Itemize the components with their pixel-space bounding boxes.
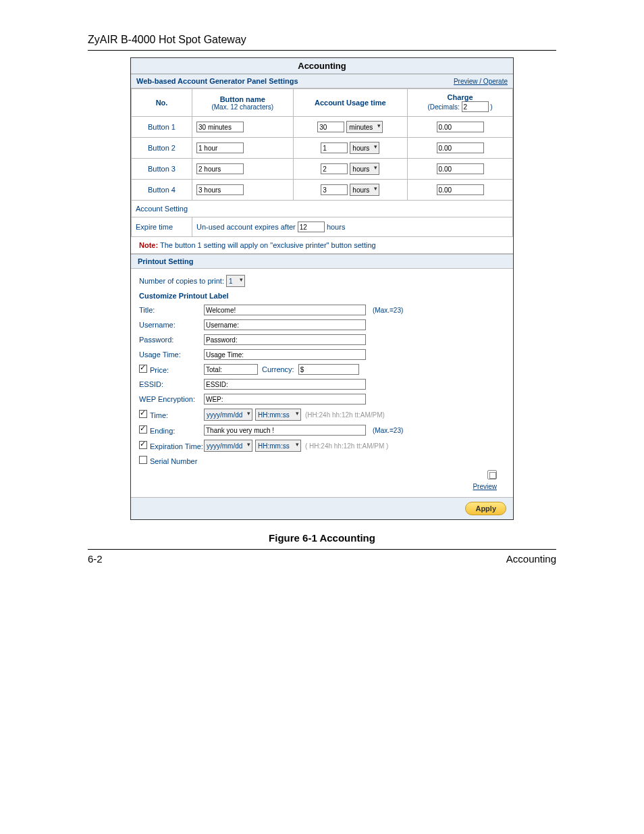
ending-label: Ending:: [150, 427, 175, 435]
usage-num-input[interactable]: [321, 184, 348, 195]
accounting-panel: Accounting Web-based Account Generator P…: [130, 57, 514, 520]
price-input[interactable]: [204, 364, 258, 375]
time-format-note: (HH:24h hh:12h tt:AM/PM): [305, 411, 385, 419]
document-header: ZyAIR B-4000 Hot Spot Gateway: [88, 34, 556, 51]
usage-num-input[interactable]: [321, 163, 348, 174]
button-name-input[interactable]: [196, 142, 244, 153]
printout-setting-header: Printout Setting: [131, 254, 513, 269]
decimals-input[interactable]: [462, 101, 489, 112]
col-no: No.: [132, 89, 192, 117]
exp-time-select[interactable]: HH:mm:ss: [255, 440, 301, 452]
usage-time-label: Usage Time:: [139, 350, 204, 359]
title-label: Title:: [139, 306, 204, 314]
serial-label: Serial Number: [150, 457, 197, 465]
currency-input[interactable]: [298, 364, 359, 375]
decimals-close: ): [490, 103, 492, 111]
note-prefix: Note:: [139, 241, 158, 249]
expire-time-label: Expire time: [132, 217, 192, 237]
page-section: Accounting: [506, 553, 556, 565]
customize-printout-label: Customize Printout Label: [139, 289, 505, 303]
decimals-label: (Decimals:: [427, 103, 459, 111]
charge-input[interactable]: [437, 163, 484, 174]
time-date-select[interactable]: yyyy/mm/dd: [204, 409, 252, 421]
button-name-input[interactable]: [196, 122, 244, 132]
row-label: Button 2: [132, 138, 192, 159]
charge-input[interactable]: [437, 122, 484, 132]
generator-table: No. Button name (Max. 12 characters) Acc…: [131, 88, 513, 237]
ending-max: (Max.=23): [373, 427, 403, 434]
col-button-name-text: Button name: [196, 95, 289, 103]
usage-unit-select[interactable]: hours: [350, 163, 379, 175]
price-label: Price:: [150, 366, 169, 374]
col-button-name-hint: (Max. 12 characters): [196, 103, 289, 111]
title-max: (Max.=23): [373, 307, 403, 314]
ending-checkbox[interactable]: [139, 425, 147, 434]
col-usage: Account Usage time: [293, 89, 408, 117]
panel-subtitle: Web-based Account Generator Panel Settin…: [136, 77, 298, 85]
print-icon: [487, 470, 497, 479]
usage-unit-select[interactable]: minutes: [346, 121, 383, 133]
note-text: The button 1 setting will apply on "excl…: [160, 241, 376, 249]
col-button-name: Button name (Max. 12 characters): [192, 89, 294, 117]
currency-label: Currency:: [262, 365, 294, 373]
usage-unit-select[interactable]: hours: [350, 184, 379, 196]
charge-input[interactable]: [437, 184, 484, 195]
expire-post: hours: [327, 223, 346, 231]
title-input[interactable]: [204, 305, 366, 315]
wep-label: WEP Encryption:: [139, 395, 204, 403]
password-input[interactable]: [204, 334, 366, 345]
apply-button[interactable]: Apply: [465, 502, 506, 515]
account-setting-header: Account Setting: [132, 201, 513, 217]
col-charge-text: Charge: [412, 93, 508, 101]
col-charge: Charge (Decimals: ): [408, 89, 513, 117]
expire-hours-input[interactable]: [298, 221, 325, 232]
figure-caption: Figure 6-1 Accounting: [88, 532, 556, 544]
ending-input[interactable]: [204, 425, 366, 436]
password-label: Password:: [139, 336, 204, 344]
expiration-label: Expiration Time:: [150, 442, 203, 450]
button-name-input[interactable]: [196, 184, 244, 195]
expiration-checkbox[interactable]: [139, 441, 147, 449]
copies-label: Number of copies to print:: [139, 277, 224, 285]
button-name-input[interactable]: [196, 163, 244, 174]
usage-unit-select[interactable]: hours: [350, 142, 379, 154]
table-row: Button 2 hours: [132, 138, 513, 159]
essid-input[interactable]: [204, 379, 366, 390]
time-checkbox[interactable]: [139, 410, 147, 418]
table-row: Button 3 hours: [132, 159, 513, 180]
copies-select[interactable]: 1: [226, 275, 245, 287]
username-label: Username:: [139, 321, 204, 329]
row-label: Button 3: [132, 159, 192, 180]
username-input[interactable]: [204, 319, 366, 330]
expire-pre: Un-used account expires after: [196, 223, 296, 231]
time-time-select[interactable]: HH:mm:ss: [255, 409, 301, 421]
usage-time-input[interactable]: [204, 349, 366, 360]
panel-title: Accounting: [131, 58, 513, 74]
table-row: Button 4 hours: [132, 180, 513, 201]
usage-num-input[interactable]: [321, 142, 348, 153]
table-row: Button 1 minutes: [132, 117, 513, 138]
row-label: Button 4: [132, 180, 192, 201]
price-checkbox[interactable]: [139, 365, 147, 373]
essid-label: ESSID:: [139, 380, 204, 388]
serial-checkbox[interactable]: [139, 456, 147, 464]
usage-num-input[interactable]: [317, 122, 344, 132]
time-label: Time:: [150, 411, 168, 419]
page-number: 6-2: [88, 553, 103, 565]
preview-link[interactable]: Preview: [473, 483, 497, 490]
row-label: Button 1: [132, 117, 192, 138]
exp-date-select[interactable]: yyyy/mm/dd: [204, 440, 252, 452]
exp-format-note: ( HH:24h hh:12h tt:AM/PM ): [305, 442, 388, 450]
wep-input[interactable]: [204, 394, 366, 405]
charge-input[interactable]: [437, 142, 484, 153]
preview-operate-link[interactable]: Preview / Operate: [454, 78, 508, 85]
